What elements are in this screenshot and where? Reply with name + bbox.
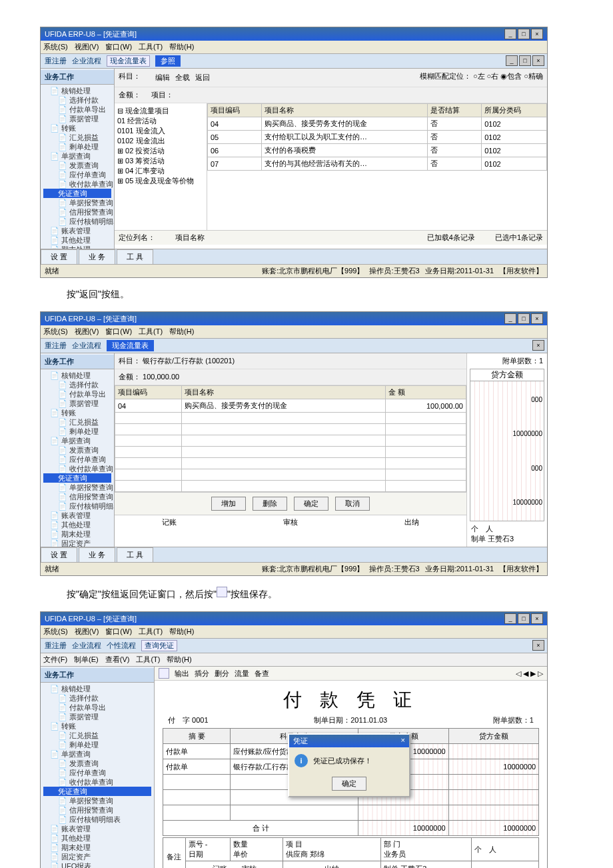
tree-item[interactable]: 📄 固定资产: [43, 852, 151, 861]
tree-item[interactable]: 📄 应付核销明细表: [43, 501, 111, 511]
grid-cell[interactable]: 否: [428, 157, 482, 171]
tree-item[interactable]: 📄 票据管理: [43, 712, 151, 721]
tree-item[interactable]: 📄 发票查询: [43, 445, 111, 455]
bt-set2[interactable]: 设 置: [41, 547, 77, 562]
bt-tool2[interactable]: 工 具: [117, 547, 153, 562]
cashflow-tree-item[interactable]: ⊞ 02 投资活动: [117, 146, 204, 156]
grid-cell[interactable]: 0102: [482, 157, 547, 171]
r-amt[interactable]: 100,000.00: [386, 399, 466, 413]
vr0-sum[interactable]: 付款单: [163, 744, 231, 759]
grid-cell[interactable]: 0102: [482, 144, 547, 157]
rereg2[interactable]: 重注册: [45, 341, 67, 351]
tree-item[interactable]: 📄 转账: [43, 408, 111, 417]
tree-item[interactable]: 📄 应付核销明细表: [43, 217, 111, 226]
tree-item[interactable]: 📄 应付单查询: [43, 455, 111, 464]
rereg3[interactable]: 重注册: [45, 641, 67, 651]
sm-help[interactable]: 帮助(H): [167, 655, 191, 665]
sm-view[interactable]: 查看(V): [105, 655, 130, 665]
m-help2[interactable]: 帮助(H): [169, 327, 194, 337]
tree-item[interactable]: 凭证查询: [43, 189, 111, 198]
bt-bus2[interactable]: 业 务: [79, 547, 115, 562]
nav-tree-2[interactable]: 📄 核销处理📄 选择付款📄 付款单导出📄 票据管理📄 转账📄 汇兑损益📄 剩单处…: [41, 369, 114, 547]
grid-cell[interactable]: 06: [208, 144, 262, 157]
tree-item[interactable]: 📄 信用报警查询: [43, 805, 151, 815]
del-button[interactable]: 删除: [253, 497, 287, 511]
grid-cell[interactable]: 支付的与其他经营活动有关的…: [262, 157, 428, 171]
tree-item[interactable]: 📄 汇兑损益: [43, 133, 111, 142]
tab-cashflow2[interactable]: 现金流量表: [107, 340, 154, 351]
match-right[interactable]: 右: [491, 72, 498, 80]
tree-item[interactable]: 📄 汇兑损益: [43, 731, 151, 740]
tree-item[interactable]: 📄 选择付款: [43, 693, 151, 703]
tree-item[interactable]: 📄 付款单导出: [43, 389, 111, 399]
m-view3[interactable]: 视图(V): [75, 627, 99, 637]
return-button[interactable]: 返回: [195, 73, 210, 83]
tree-item[interactable]: 📄 发票查询: [43, 161, 111, 170]
tree-item[interactable]: 📄 核销处理: [43, 371, 111, 380]
vr1-sum[interactable]: 付款单: [163, 759, 231, 775]
tab-business[interactable]: 业 务: [79, 249, 115, 264]
match-left[interactable]: 左: [478, 72, 485, 80]
tree-item[interactable]: 📄 单据报警查询: [43, 198, 111, 207]
inner-close2[interactable]: ×: [532, 340, 544, 351]
menu-tool[interactable]: 工具(T): [139, 42, 163, 52]
menu-view[interactable]: 视图(V): [75, 42, 99, 52]
match-contain[interactable]: 包含: [507, 72, 522, 80]
tree-item[interactable]: 📄 期末处理: [43, 245, 111, 249]
tb-check[interactable]: 备查: [255, 669, 269, 679]
cashflow-tree-item[interactable]: 01 经营活动: [117, 116, 204, 126]
tree-item[interactable]: 📄 信用报警查询: [43, 207, 111, 217]
cashflow-tree-item[interactable]: ⊞ 04 汇率变动: [117, 166, 204, 176]
m-win2[interactable]: 窗口(W): [105, 327, 132, 337]
tree-item[interactable]: 📄 单据查询: [43, 749, 151, 759]
tb-output[interactable]: 输出: [175, 669, 189, 679]
tb-delete[interactable]: 删分: [215, 669, 229, 679]
rereg-button[interactable]: 重注册: [45, 56, 67, 66]
close-button[interactable]: ×: [531, 29, 543, 39]
tree-item[interactable]: 📄 单据查询: [43, 436, 111, 445]
m-sys2[interactable]: 系统(S): [43, 327, 68, 337]
pers3[interactable]: 个性流程: [107, 641, 136, 651]
tree-item[interactable]: 📄 其他处理: [43, 833, 151, 843]
tree-item[interactable]: 📄 单据报警查询: [43, 483, 111, 492]
grid-cell[interactable]: 购买商品、接受劳务支付的现金: [262, 117, 428, 131]
tree-item[interactable]: 📄 应付单查询: [43, 768, 151, 777]
tree-item[interactable]: 📄 发票查询: [43, 759, 151, 768]
minimize-button[interactable]: _: [504, 29, 516, 39]
tree-item[interactable]: 📄 期末处理: [43, 843, 151, 852]
tree-item[interactable]: 📄 收付款单查询: [43, 464, 111, 473]
cancel-button[interactable]: 取消: [335, 497, 370, 511]
close2[interactable]: ×: [531, 313, 543, 324]
grid-cell[interactable]: 0102: [482, 117, 547, 131]
tree-item[interactable]: 📄 剩单处理: [43, 142, 111, 151]
tree-item[interactable]: 📄 收付款单查询: [43, 179, 111, 189]
vr0-cre[interactable]: [448, 744, 538, 759]
r-code[interactable]: 04: [115, 399, 182, 413]
save-icon-tb[interactable]: [159, 668, 169, 679]
tab-tools[interactable]: 工 具: [117, 249, 153, 264]
min2[interactable]: _: [504, 313, 516, 324]
menu-help[interactable]: 帮助(H): [169, 42, 194, 52]
tree-item[interactable]: 📄 期末处理: [43, 529, 111, 539]
grid-cell[interactable]: 否: [428, 131, 482, 144]
grid-cell[interactable]: 07: [208, 157, 262, 171]
cashflow-tree-item[interactable]: ⊞ 05 现金及现金等价物: [117, 176, 204, 186]
tree-item[interactable]: 📄 单据报警查询: [43, 796, 151, 805]
m-tool3[interactable]: 工具(T): [139, 627, 163, 637]
m-win3[interactable]: 窗口(W): [105, 627, 132, 637]
tree-item[interactable]: 📄 固定资产: [43, 539, 111, 547]
grid-cell[interactable]: 05: [208, 131, 262, 144]
tree-item[interactable]: 📄 UFO报表: [43, 861, 151, 868]
mb-ok-button[interactable]: 确定: [332, 777, 366, 791]
grid-cell[interactable]: 否: [428, 117, 482, 131]
enterprise-flow[interactable]: 企业流程: [72, 56, 101, 66]
grid-cell[interactable]: 否: [428, 144, 482, 157]
inner-close[interactable]: ×: [532, 55, 544, 66]
tree-item[interactable]: 📄 剩单处理: [43, 740, 151, 749]
m-help3[interactable]: 帮助(H): [169, 627, 194, 637]
tree-item[interactable]: 📄 选择付款: [43, 380, 111, 389]
inner-max[interactable]: □: [519, 55, 531, 66]
tree-item[interactable]: 📄 转账: [43, 721, 151, 731]
inner-close3[interactable]: ×: [532, 640, 544, 651]
tree-item[interactable]: 📄 票据管理: [43, 399, 111, 408]
